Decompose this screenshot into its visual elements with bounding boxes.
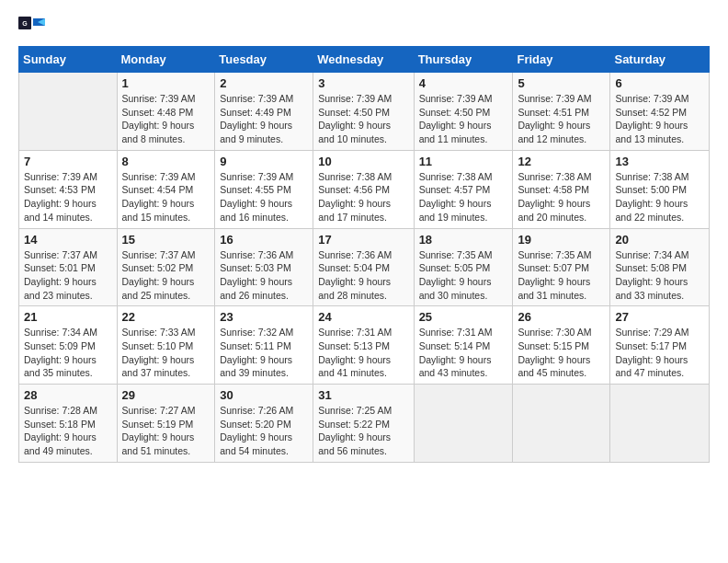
day-info: Sunrise: 7:38 AMSunset: 4:58 PMDaylight:…: [518, 170, 605, 224]
day-info: Sunrise: 7:25 AMSunset: 5:22 PMDaylight:…: [318, 404, 408, 458]
day-info: Sunrise: 7:26 AMSunset: 5:20 PMDaylight:…: [220, 404, 308, 458]
day-info: Sunrise: 7:39 AMSunset: 4:54 PMDaylight:…: [122, 170, 210, 224]
day-number: 25: [419, 310, 508, 324]
day-number: 3: [318, 76, 408, 90]
day-info: Sunrise: 7:39 AMSunset: 4:50 PMDaylight:…: [318, 92, 408, 146]
day-info: Sunrise: 7:36 AMSunset: 5:03 PMDaylight:…: [220, 248, 308, 303]
day-info: Sunrise: 7:33 AMSunset: 5:10 PMDaylight:…: [122, 326, 210, 380]
calendar-cell: 22Sunrise: 7:33 AMSunset: 5:10 PMDayligh…: [117, 306, 215, 385]
calendar-cell: 14Sunrise: 7:37 AMSunset: 5:01 PMDayligh…: [19, 228, 118, 306]
calendar-cell: 3Sunrise: 7:39 AMSunset: 4:50 PMDaylight…: [313, 73, 414, 151]
day-number: 8: [122, 155, 210, 168]
calendar-cell: 27Sunrise: 7:29 AMSunset: 5:17 PMDayligh…: [610, 306, 710, 385]
calendar-cell: 26Sunrise: 7:30 AMSunset: 5:15 PMDayligh…: [513, 306, 610, 385]
day-number: 14: [24, 233, 112, 247]
day-info: Sunrise: 7:39 AMSunset: 4:50 PMDaylight:…: [419, 92, 508, 146]
col-header-friday: Friday: [513, 47, 610, 73]
day-info: Sunrise: 7:38 AMSunset: 5:00 PMDaylight:…: [615, 170, 704, 224]
calendar-cell: 29Sunrise: 7:27 AMSunset: 5:19 PMDayligh…: [117, 385, 215, 463]
day-number: 30: [220, 388, 308, 402]
day-number: 17: [318, 233, 408, 247]
calendar-cell: 12Sunrise: 7:38 AMSunset: 4:58 PMDayligh…: [513, 150, 610, 228]
day-info: Sunrise: 7:30 AMSunset: 5:15 PMDaylight:…: [518, 326, 605, 380]
day-number: 13: [615, 155, 704, 168]
calendar-cell: 7Sunrise: 7:39 AMSunset: 4:53 PMDaylight…: [19, 150, 118, 228]
calendar-cell: [414, 385, 513, 463]
day-number: 24: [318, 310, 408, 324]
calendar-cell: 28Sunrise: 7:28 AMSunset: 5:18 PMDayligh…: [19, 385, 118, 463]
day-number: 4: [419, 76, 508, 90]
day-info: Sunrise: 7:36 AMSunset: 5:04 PMDaylight:…: [318, 248, 408, 303]
calendar-cell: 21Sunrise: 7:34 AMSunset: 5:09 PMDayligh…: [19, 306, 118, 385]
day-info: Sunrise: 7:38 AMSunset: 4:57 PMDaylight:…: [419, 170, 508, 224]
calendar-cell: 10Sunrise: 7:38 AMSunset: 4:56 PMDayligh…: [313, 150, 414, 228]
day-info: Sunrise: 7:37 AMSunset: 5:02 PMDaylight:…: [122, 248, 210, 303]
day-info: Sunrise: 7:28 AMSunset: 5:18 PMDaylight:…: [24, 404, 112, 458]
day-info: Sunrise: 7:34 AMSunset: 5:09 PMDaylight:…: [24, 326, 112, 380]
col-header-wednesday: Wednesday: [313, 47, 414, 73]
calendar-cell: 25Sunrise: 7:31 AMSunset: 5:14 PMDayligh…: [414, 306, 513, 385]
col-header-saturday: Saturday: [610, 47, 710, 73]
day-number: 12: [518, 155, 605, 168]
calendar-cell: 11Sunrise: 7:38 AMSunset: 4:57 PMDayligh…: [414, 150, 513, 228]
day-number: 23: [220, 310, 308, 324]
calendar-cell: 20Sunrise: 7:34 AMSunset: 5:08 PMDayligh…: [610, 228, 710, 306]
day-info: Sunrise: 7:27 AMSunset: 5:19 PMDaylight:…: [122, 404, 210, 458]
day-info: Sunrise: 7:35 AMSunset: 5:07 PMDaylight:…: [518, 248, 605, 303]
day-number: 28: [24, 388, 112, 402]
day-number: 26: [518, 310, 605, 324]
header: G: [18, 17, 710, 35]
page: G SundayMondayTuesdayWednesdayThursdayFr…: [0, 0, 728, 472]
day-number: 20: [615, 233, 704, 247]
day-number: 2: [220, 76, 308, 90]
col-header-thursday: Thursday: [414, 47, 513, 73]
day-info: Sunrise: 7:29 AMSunset: 5:17 PMDaylight:…: [615, 326, 704, 380]
calendar-cell: 1Sunrise: 7:39 AMSunset: 4:48 PMDaylight…: [117, 73, 215, 151]
day-info: Sunrise: 7:39 AMSunset: 4:55 PMDaylight:…: [220, 170, 308, 224]
day-number: 9: [220, 155, 308, 168]
day-info: Sunrise: 7:37 AMSunset: 5:01 PMDaylight:…: [24, 248, 112, 303]
day-info: Sunrise: 7:39 AMSunset: 4:48 PMDaylight:…: [122, 92, 210, 146]
day-number: 5: [518, 76, 605, 90]
col-header-monday: Monday: [117, 47, 215, 73]
day-info: Sunrise: 7:38 AMSunset: 4:56 PMDaylight:…: [318, 170, 408, 224]
svg-text:G: G: [22, 20, 28, 27]
calendar-cell: 19Sunrise: 7:35 AMSunset: 5:07 PMDayligh…: [513, 228, 610, 306]
col-header-sunday: Sunday: [19, 47, 118, 73]
logo-icon: G: [18, 17, 46, 33]
day-number: 6: [615, 76, 704, 90]
logo: G: [18, 17, 46, 35]
day-number: 10: [318, 155, 408, 168]
day-number: 19: [518, 233, 605, 247]
day-number: 21: [24, 310, 112, 324]
day-number: 16: [220, 233, 308, 247]
day-number: 27: [615, 310, 704, 324]
day-number: 11: [419, 155, 508, 168]
day-info: Sunrise: 7:35 AMSunset: 5:05 PMDaylight:…: [419, 248, 508, 303]
calendar-cell: [610, 385, 710, 463]
calendar-cell: 6Sunrise: 7:39 AMSunset: 4:52 PMDaylight…: [610, 73, 710, 151]
day-number: 29: [122, 388, 210, 402]
calendar-cell: 4Sunrise: 7:39 AMSunset: 4:50 PMDaylight…: [414, 73, 513, 151]
day-number: 22: [122, 310, 210, 324]
calendar-cell: 31Sunrise: 7:25 AMSunset: 5:22 PMDayligh…: [313, 385, 414, 463]
calendar-cell: 16Sunrise: 7:36 AMSunset: 5:03 PMDayligh…: [215, 228, 313, 306]
day-number: 7: [24, 155, 112, 168]
calendar-cell: 17Sunrise: 7:36 AMSunset: 5:04 PMDayligh…: [313, 228, 414, 306]
calendar-cell: 5Sunrise: 7:39 AMSunset: 4:51 PMDaylight…: [513, 73, 610, 151]
day-number: 31: [318, 388, 408, 402]
day-number: 1: [122, 76, 210, 90]
calendar-cell: 18Sunrise: 7:35 AMSunset: 5:05 PMDayligh…: [414, 228, 513, 306]
calendar-cell: [513, 385, 610, 463]
col-header-tuesday: Tuesday: [215, 47, 313, 73]
day-info: Sunrise: 7:32 AMSunset: 5:11 PMDaylight:…: [220, 326, 308, 380]
calendar-cell: 30Sunrise: 7:26 AMSunset: 5:20 PMDayligh…: [215, 385, 313, 463]
day-info: Sunrise: 7:31 AMSunset: 5:13 PMDaylight:…: [318, 326, 408, 380]
day-info: Sunrise: 7:39 AMSunset: 4:51 PMDaylight:…: [518, 92, 605, 146]
calendar-cell: [19, 73, 118, 151]
calendar-cell: 15Sunrise: 7:37 AMSunset: 5:02 PMDayligh…: [117, 228, 215, 306]
day-info: Sunrise: 7:39 AMSunset: 4:52 PMDaylight:…: [615, 92, 704, 146]
calendar-table: SundayMondayTuesdayWednesdayThursdayFrid…: [18, 46, 710, 463]
calendar-cell: 9Sunrise: 7:39 AMSunset: 4:55 PMDaylight…: [215, 150, 313, 228]
day-info: Sunrise: 7:31 AMSunset: 5:14 PMDaylight:…: [419, 326, 508, 380]
